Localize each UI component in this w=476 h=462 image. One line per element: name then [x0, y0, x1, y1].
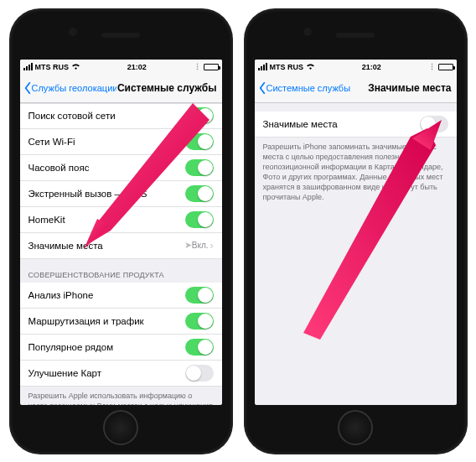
- nav-bar: Службы геолокации Системные службы: [20, 75, 222, 103]
- battery-icon: [438, 64, 453, 70]
- clock: 21:02: [127, 63, 147, 71]
- signal-icon: [23, 63, 33, 70]
- back-button[interactable]: Службы геолокации: [23, 82, 117, 94]
- wifi-icon: [71, 63, 80, 71]
- home-button[interactable]: [103, 410, 138, 445]
- screen-right: MTS RUS 21:02 ⋮ Системные службы Значимы…: [255, 60, 457, 405]
- section-header-improve: СОВЕРШЕНСТВОВАНИЕ ПРОДУКТА: [20, 259, 222, 283]
- toggle-switch[interactable]: [185, 107, 214, 124]
- nav-title: Значимые места: [368, 82, 451, 94]
- status-bar: MTS RUS 21:02 ⋮: [20, 60, 222, 75]
- wifi-icon: [306, 63, 315, 71]
- phone-left: MTS RUS 21:02 ⋮ Службы геолокации Систем…: [10, 9, 232, 454]
- row-detail: Вкл.: [192, 241, 209, 250]
- row-label: Экстренный вызов — SOS: [28, 189, 185, 199]
- section-footer-description: Разрешить iPhone запоминать значимые для…: [255, 138, 457, 210]
- row-label: Сети Wi-Fi: [28, 137, 185, 147]
- carrier-label: MTS RUS: [35, 63, 70, 71]
- toggle-switch[interactable]: [185, 287, 214, 304]
- row-label: HomeKit: [28, 215, 185, 225]
- toggle-switch[interactable]: [185, 313, 214, 330]
- row-label: Часовой пояс: [28, 163, 185, 173]
- back-label: Службы геолокации: [32, 83, 117, 93]
- row-timezone: Часовой пояс: [20, 155, 222, 181]
- row-label: Значимые места: [28, 241, 184, 251]
- row-label: Значимые места: [263, 119, 420, 129]
- nav-bar: Системные службы Значимые места: [255, 75, 457, 103]
- back-label: Системные службы: [266, 83, 351, 93]
- row-wifi-networks: Сети Wi-Fi: [20, 129, 222, 155]
- location-arrow-icon: ➤: [184, 240, 192, 251]
- toggle-switch[interactable]: [185, 159, 214, 176]
- back-button[interactable]: Системные службы: [258, 82, 351, 94]
- nav-title: Системные службы: [117, 82, 217, 94]
- battery-icon: [204, 64, 219, 70]
- status-bar: MTS RUS 21:02 ⋮: [255, 60, 457, 75]
- clock: 21:02: [362, 63, 381, 71]
- row-significant-locations-toggle: Значимые места: [255, 112, 457, 138]
- row-label: Поиск сотовой сети: [28, 111, 185, 121]
- carrier-label: MTS RUS: [270, 63, 304, 71]
- chevron-right-icon: ›: [210, 240, 214, 252]
- row-routing-traffic: Маршрутизация и трафик: [20, 309, 222, 335]
- row-label: Анализ iPhone: [28, 290, 185, 300]
- toggle-switch[interactable]: [185, 365, 214, 382]
- row-label: Популярное рядом: [28, 342, 185, 352]
- row-sos: Экстренный вызов — SOS: [20, 181, 222, 207]
- row-significant-locations[interactable]: Значимые места ➤ Вкл. ›: [20, 233, 222, 259]
- section-footer-maps: Разрешить Apple использовать информацию …: [20, 387, 222, 405]
- signal-icon: [258, 63, 267, 70]
- row-label: Маршрутизация и трафик: [28, 316, 185, 326]
- bluetooth-icon: ⋮: [428, 63, 436, 71]
- row-cell-search: Поиск сотовой сети: [20, 103, 222, 129]
- bluetooth-icon: ⋮: [194, 63, 201, 71]
- row-popular-nearby: Популярное рядом: [20, 335, 222, 361]
- row-homekit: HomeKit: [20, 207, 222, 233]
- row-iphone-analytics: Анализ iPhone: [20, 283, 222, 309]
- screen-left: MTS RUS 21:02 ⋮ Службы геолокации Систем…: [20, 60, 222, 405]
- toggle-switch[interactable]: [185, 185, 214, 202]
- content-left[interactable]: Поиск сотовой сети Сети Wi-Fi Часовой по…: [20, 103, 222, 405]
- toggle-switch[interactable]: [185, 339, 214, 356]
- row-label: Улучшение Карт: [28, 368, 185, 378]
- phone-right: MTS RUS 21:02 ⋮ Системные службы Значимы…: [245, 9, 467, 454]
- toggle-switch[interactable]: [420, 116, 448, 132]
- footer-text: Разрешить Apple использовать информацию …: [28, 392, 213, 405]
- home-button[interactable]: [338, 410, 373, 445]
- row-improve-maps: Улучшение Карт: [20, 361, 222, 387]
- toggle-switch[interactable]: [185, 133, 214, 150]
- content-right[interactable]: Значимые места Разрешить iPhone запомина…: [255, 103, 457, 405]
- toggle-switch[interactable]: [185, 211, 214, 228]
